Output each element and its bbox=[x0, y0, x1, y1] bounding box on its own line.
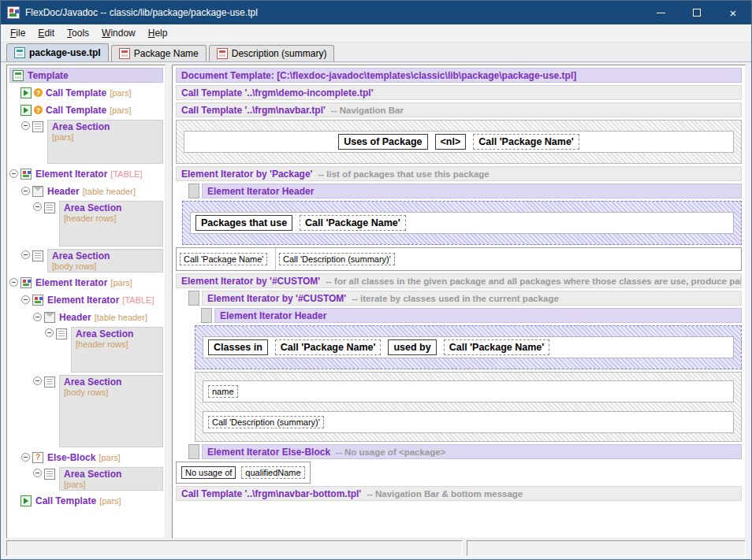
workspace: Template Call Template [pars] Call Templ… bbox=[6, 65, 746, 539]
tree-item-area-section[interactable]: Area Section [header rows] bbox=[9, 327, 163, 373]
collapse-handle-icon[interactable] bbox=[33, 469, 42, 477]
call-box[interactable]: Call 'Package Name' bbox=[473, 134, 579, 150]
packages-header-block[interactable]: Packages that use Call 'Package Name' bbox=[182, 201, 742, 245]
data-field-box[interactable]: qualifiedName bbox=[241, 466, 304, 479]
classes-header-block[interactable]: Classes in Call 'Package Name' used by C… bbox=[195, 325, 742, 369]
tree-item-label: Area Section bbox=[64, 469, 158, 480]
element-iterator-custom1-bar[interactable]: Element Iterator by '#CUSTOM' -- for all… bbox=[176, 273, 742, 288]
section-handle[interactable] bbox=[188, 444, 199, 459]
area-section-block[interactable]: Area Section [header rows] bbox=[71, 327, 163, 373]
tree-root-template[interactable]: Template bbox=[9, 68, 163, 83]
tree-item-call-template[interactable]: Call Template [pars] bbox=[9, 493, 163, 508]
collapse-handle-icon[interactable] bbox=[21, 250, 30, 259]
tree-item-badge: [pars] bbox=[110, 278, 132, 287]
tree-item-badge: [table header] bbox=[83, 187, 136, 196]
collapse-handle-icon[interactable] bbox=[21, 187, 30, 195]
panel-splitter[interactable] bbox=[166, 65, 172, 539]
nl-box[interactable]: <nl> bbox=[435, 134, 467, 150]
call-template-navbar-bottom-bar[interactable]: Call Template '..\frgm\navbar-bottom.tpl… bbox=[176, 486, 742, 501]
menu-edit[interactable]: Edit bbox=[32, 25, 61, 41]
tree-item-element-iterator[interactable]: Element Iterator [pars] bbox=[9, 275, 163, 290]
text-box[interactable]: No usage of bbox=[181, 466, 236, 479]
tree-item-element-iterator[interactable]: Element Iterator [TABLE] bbox=[9, 166, 163, 181]
collapse-handle-icon[interactable] bbox=[9, 278, 18, 287]
call-box[interactable]: Call 'Package Name' bbox=[275, 339, 382, 355]
section-title: Call Template '..\frgm\demo-incomplete.t… bbox=[181, 87, 374, 98]
else-content-row[interactable]: No usage of qualifiedName bbox=[176, 462, 311, 484]
tree-item-else-block[interactable]: Else-Block [pars] bbox=[9, 450, 163, 465]
tree-item-area-section[interactable]: Area Section [pars] bbox=[9, 120, 163, 164]
data-field-box[interactable]: name bbox=[208, 385, 238, 398]
area-section-block[interactable]: Area Section [body rows] bbox=[47, 249, 163, 273]
tree-item-call-template[interactable]: Call Template [pars] bbox=[9, 102, 163, 117]
menu-tools[interactable]: Tools bbox=[61, 25, 95, 41]
collapse-handle-icon[interactable] bbox=[33, 202, 42, 211]
menu-file[interactable]: File bbox=[4, 25, 32, 41]
element-iterator-custom2-bar[interactable]: Element Iterator by '#CUSTOM' -- iterate… bbox=[202, 291, 742, 306]
collapse-handle-icon[interactable] bbox=[21, 295, 30, 304]
area-section-block[interactable]: Area Section [body rows] bbox=[59, 375, 163, 447]
tree-item-area-section[interactable]: Area Section [body rows] bbox=[9, 375, 163, 447]
section-handle[interactable] bbox=[201, 308, 212, 323]
tab-package-use[interactable]: package-use.tpl bbox=[6, 43, 109, 61]
minimize-button[interactable] bbox=[642, 1, 679, 24]
close-button[interactable]: × bbox=[715, 1, 751, 24]
tree-item-header[interactable]: Header [table header] bbox=[9, 310, 163, 325]
section-comment: -- list of packages that use this packag… bbox=[318, 169, 489, 179]
collapse-handle-icon[interactable] bbox=[21, 121, 30, 130]
tree-item-header[interactable]: Header [table header] bbox=[9, 184, 163, 198]
tree-item-area-section[interactable]: Area Section [header rows] bbox=[9, 201, 163, 247]
table-cell: Call 'Description (summary)' bbox=[276, 248, 741, 270]
tree-item-label: Header bbox=[47, 186, 80, 197]
area-section-block[interactable]: Area Section [pars] bbox=[59, 467, 163, 491]
menu-help[interactable]: Help bbox=[142, 25, 174, 41]
tree-item-call-template[interactable]: Call Template [pars] bbox=[9, 85, 163, 100]
tab-package-name[interactable]: Package Name bbox=[111, 45, 207, 61]
template-file-icon bbox=[14, 47, 25, 58]
maximize-button[interactable] bbox=[679, 1, 715, 24]
tree-item-element-iterator[interactable]: Element Iterator [TABLE] bbox=[9, 292, 163, 307]
call-box[interactable]: Call 'Package Name' bbox=[444, 339, 550, 355]
text-box[interactable]: Uses of Package bbox=[338, 134, 427, 150]
text-box[interactable]: Classes in bbox=[208, 339, 268, 355]
element-iterator-header-bar[interactable]: Element Iterator Header bbox=[202, 184, 742, 198]
section-handle[interactable] bbox=[188, 291, 199, 306]
menu-window[interactable]: Window bbox=[95, 25, 142, 41]
tab-description-summary[interactable]: Description (summary) bbox=[209, 45, 335, 61]
header-icon bbox=[32, 186, 43, 197]
call-box[interactable]: Call 'Package Name' bbox=[300, 215, 406, 231]
section-title: Call Template '..\frgm\navbar.tpl' bbox=[181, 105, 326, 116]
section-title: Element Iterator by '#CUSTOM' bbox=[207, 293, 346, 304]
element-iterator-else-bar[interactable]: Element Iterator Else-Block -- No usage … bbox=[202, 444, 742, 459]
area-section-icon bbox=[32, 250, 43, 261]
text-box[interactable]: used by bbox=[388, 339, 436, 355]
collapse-handle-icon[interactable] bbox=[45, 328, 54, 337]
section-handle[interactable] bbox=[188, 184, 199, 198]
navbar-content-block[interactable]: Uses of Package <nl> Call 'Package Name' bbox=[176, 120, 742, 164]
template-icon bbox=[13, 70, 24, 81]
collapse-handle-icon[interactable] bbox=[9, 169, 18, 178]
call-template-demo-bar[interactable]: Call Template '..\frgm\demo-incomplete.t… bbox=[176, 85, 742, 100]
tree-item-badge: [body rows] bbox=[64, 388, 158, 397]
document-template-header[interactable]: Document Template: [C:\flexdoc-javadoc\t… bbox=[176, 68, 742, 83]
collapse-handle-icon[interactable] bbox=[21, 453, 30, 462]
tree-item-area-section[interactable]: Area Section [body rows] bbox=[9, 249, 163, 273]
call-template-navbar-bar[interactable]: Call Template '..\frgm\navbar.tpl' -- Na… bbox=[176, 102, 742, 117]
collapse-handle-icon[interactable] bbox=[33, 313, 42, 321]
area-section-block[interactable]: Area Section [pars] bbox=[47, 120, 163, 164]
call-box[interactable]: Call 'Description (summary)' bbox=[279, 253, 395, 265]
tree-item-area-section[interactable]: Area Section [pars] bbox=[9, 467, 163, 491]
tree-root-label: Template bbox=[28, 70, 69, 81]
area-section-block[interactable]: Area Section [header rows] bbox=[59, 201, 163, 247]
custom-body-block[interactable]: name Call 'Description (summary)' bbox=[195, 372, 742, 442]
section-comment: -- Navigation Bar bbox=[331, 106, 404, 115]
window-controls: × bbox=[642, 1, 751, 24]
call-box[interactable]: Call 'Package Name' bbox=[180, 253, 267, 265]
text-box[interactable]: Packages that use bbox=[195, 215, 292, 231]
iterator-body-row[interactable]: Call 'Package Name' Call 'Description (s… bbox=[176, 247, 742, 271]
call-box[interactable]: Call 'Description (summary)' bbox=[208, 416, 324, 428]
element-iterator-header2-bar[interactable]: Element Iterator Header bbox=[214, 308, 742, 323]
element-iterator-package-bar[interactable]: Element Iterator by 'Package' -- list of… bbox=[176, 166, 742, 181]
else-block-icon bbox=[32, 452, 43, 463]
collapse-handle-icon[interactable] bbox=[33, 376, 42, 385]
